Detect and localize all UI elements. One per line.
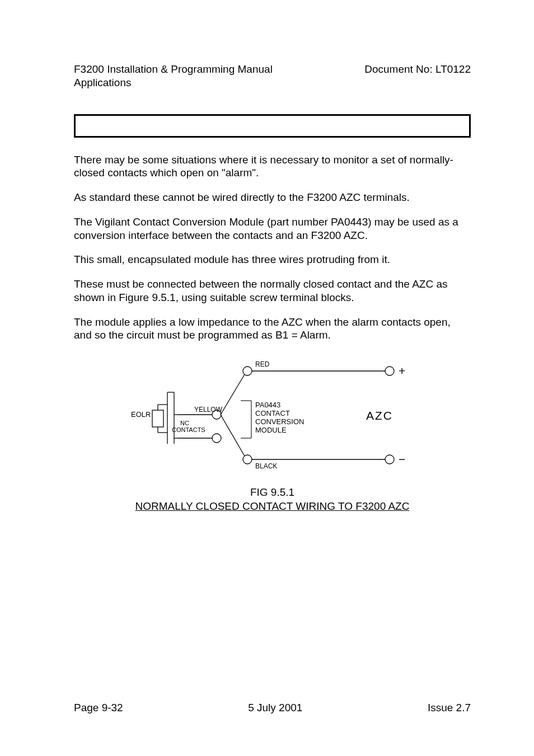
black-label: BLACK bbox=[255, 462, 277, 470]
paragraph: These must be connected between the norm… bbox=[74, 278, 471, 304]
junction-red-icon bbox=[243, 367, 252, 375]
caption-line-2: NORMALLY CLOSED CONTACT WIRING TO F3200 … bbox=[74, 499, 471, 514]
page-header: F3200 Installation & Programming Manual … bbox=[74, 63, 471, 90]
header-right: Document No: LT0122 bbox=[364, 63, 471, 76]
figure-caption: FIG 9.5.1 NORMALLY CLOSED CONTACT WIRING… bbox=[74, 485, 471, 514]
page: F3200 Installation & Programming Manual … bbox=[0, 0, 534, 756]
document-number: Document No: LT0122 bbox=[364, 63, 471, 76]
module-label-1: PA0443 bbox=[255, 401, 280, 409]
paragraph: This small, encapsulated module has thre… bbox=[74, 253, 471, 266]
minus-label: − bbox=[399, 453, 405, 466]
page-footer: Page 9-32 5 July 2001 Issue 2.7 bbox=[74, 701, 471, 715]
paragraph: As standard these cannot be wired direct… bbox=[74, 191, 471, 204]
module-label-3: CONVERSION bbox=[255, 417, 304, 426]
manual-section: Applications bbox=[74, 76, 273, 90]
contact-lower-circle bbox=[212, 434, 221, 443]
yellow-label: YELLOW bbox=[194, 406, 223, 414]
wiring-diagram: + − AZC RED BLACK YELLOW bbox=[114, 354, 430, 481]
terminal-plus-icon bbox=[385, 367, 394, 375]
paragraph: The Vigilant Contact Conversion Module (… bbox=[74, 215, 471, 242]
nc-label-1: NC bbox=[180, 420, 189, 426]
eolr-label: EOLR bbox=[131, 410, 151, 419]
terminal-minus-icon bbox=[385, 455, 394, 464]
header-left: F3200 Installation & Programming Manual … bbox=[74, 63, 273, 90]
caption-line-1: FIG 9.5.1 bbox=[74, 485, 471, 500]
footer-issue: Issue 2.7 bbox=[428, 701, 471, 715]
diagram-svg: + − AZC RED BLACK YELLOW bbox=[114, 354, 430, 477]
footer-date: 5 July 2001 bbox=[248, 701, 302, 715]
azc-label: AZC bbox=[366, 409, 393, 422]
module-side bbox=[221, 374, 245, 415]
junction-black-icon bbox=[243, 455, 252, 464]
diagram-container: + − AZC RED BLACK YELLOW bbox=[74, 354, 471, 514]
plus-label: + bbox=[399, 364, 405, 377]
paragraph: There may be some situations where it is… bbox=[74, 153, 471, 180]
paragraph: The module applies a low impedance to th… bbox=[74, 316, 471, 342]
module-label-4: MODULE bbox=[255, 426, 287, 434]
module-side bbox=[221, 415, 245, 456]
footer-page: Page 9-32 bbox=[74, 701, 123, 715]
module-label-2: CONTACT bbox=[255, 409, 290, 417]
red-label: RED bbox=[255, 360, 270, 368]
eolr-icon bbox=[152, 410, 163, 427]
section-heading-box bbox=[74, 114, 471, 138]
manual-title: F3200 Installation & Programming Manual bbox=[74, 63, 273, 76]
nc-label-2: CONTACTS bbox=[172, 426, 205, 433]
